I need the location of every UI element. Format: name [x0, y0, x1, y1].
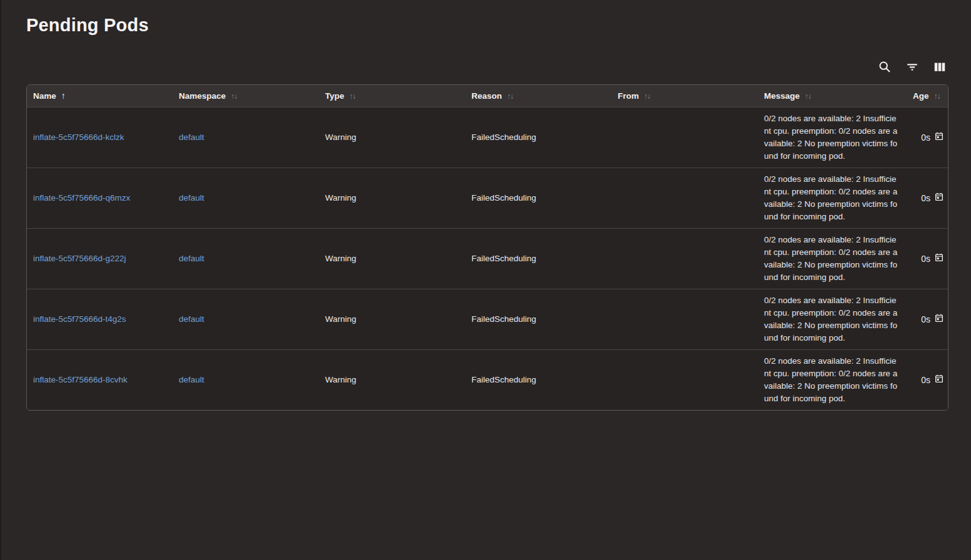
- sort-icon: ↑↓: [644, 92, 650, 101]
- cell-name: inflate-5c5f75666d-q6mzx: [27, 168, 173, 228]
- column-label: From: [618, 91, 639, 101]
- cell-message: 0/2 nodes are available: 2 Insufficient …: [758, 168, 907, 228]
- table-row: inflate-5c5f75666d-kclzk default Warning…: [27, 107, 948, 168]
- column-header-reason[interactable]: Reason↑↓: [465, 85, 611, 107]
- filter-button[interactable]: [905, 59, 920, 74]
- namespace-link[interactable]: default: [179, 254, 204, 263]
- column-label: Name: [33, 91, 56, 101]
- column-label: Reason: [471, 91, 502, 101]
- cell-message: 0/2 nodes are available: 2 Insufficient …: [758, 107, 907, 168]
- table-row: inflate-5c5f75666d-8cvhk default Warning…: [27, 349, 948, 410]
- cell-from: [611, 349, 758, 410]
- columns-icon: [933, 60, 947, 74]
- column-header-age[interactable]: Age↑↓: [907, 85, 948, 107]
- sort-ascending-icon: ↑: [61, 91, 66, 101]
- pending-pods-table: Name↑ Namespace↑↓ Type↑↓ Reason↑↓ From↑↓…: [27, 85, 948, 410]
- sort-icon: ↑↓: [350, 92, 356, 101]
- sort-icon: ↑↓: [231, 92, 237, 101]
- cell-age: 0s: [907, 349, 948, 410]
- cell-name: inflate-5c5f75666d-t4g2s: [27, 289, 173, 349]
- cell-type: Warning: [319, 107, 465, 168]
- column-header-namespace[interactable]: Namespace↑↓: [173, 85, 319, 107]
- cell-message: 0/2 nodes are available: 2 Insufficient …: [758, 228, 907, 289]
- pod-name-link[interactable]: inflate-5c5f75666d-q6mzx: [33, 193, 130, 202]
- column-label: Age: [913, 91, 929, 101]
- cell-namespace: default: [173, 168, 319, 228]
- namespace-link[interactable]: default: [179, 314, 204, 324]
- cell-reason: FailedScheduling: [465, 168, 611, 228]
- table-header-row: Name↑ Namespace↑↓ Type↑↓ Reason↑↓ From↑↓…: [27, 85, 948, 107]
- column-label: Message: [764, 91, 800, 101]
- age-value: 0s: [921, 254, 930, 264]
- cell-name: inflate-5c5f75666d-g222j: [27, 228, 173, 289]
- age-value: 0s: [921, 132, 930, 142]
- cell-type: Warning: [319, 349, 465, 410]
- calendar-icon: [934, 131, 944, 143]
- table-toolbar: [1, 59, 947, 74]
- cell-namespace: default: [173, 349, 319, 410]
- sort-icon: ↑↓: [507, 92, 513, 101]
- namespace-link[interactable]: default: [179, 132, 204, 142]
- cell-type: Warning: [319, 168, 465, 228]
- age-value: 0s: [921, 314, 930, 324]
- age-value: 0s: [921, 375, 930, 385]
- table-row: inflate-5c5f75666d-q6mzx default Warning…: [27, 168, 948, 228]
- cell-from: [611, 107, 758, 168]
- cell-message: 0/2 nodes are available: 2 Insufficient …: [758, 349, 907, 410]
- cell-name: inflate-5c5f75666d-8cvhk: [27, 349, 173, 410]
- cell-name: inflate-5c5f75666d-kclzk: [27, 107, 173, 168]
- sort-icon: ↑↓: [934, 92, 940, 101]
- cell-namespace: default: [173, 289, 319, 349]
- columns-button[interactable]: [932, 59, 947, 74]
- cell-age: 0s: [907, 228, 948, 289]
- cell-type: Warning: [319, 289, 465, 349]
- cell-age: 0s: [907, 168, 948, 228]
- cell-reason: FailedScheduling: [465, 107, 611, 168]
- cell-from: [611, 168, 758, 228]
- cell-age: 0s: [907, 289, 948, 349]
- pod-name-link[interactable]: inflate-5c5f75666d-kclzk: [33, 132, 124, 142]
- pod-name-link[interactable]: inflate-5c5f75666d-8cvhk: [33, 375, 128, 384]
- cell-reason: FailedScheduling: [465, 349, 611, 410]
- cell-reason: FailedScheduling: [465, 228, 611, 289]
- age-value: 0s: [921, 193, 930, 203]
- column-label: Namespace: [179, 91, 226, 101]
- table-row: inflate-5c5f75666d-t4g2s default Warning…: [27, 289, 948, 349]
- filter-icon: [905, 60, 919, 74]
- search-button[interactable]: [877, 59, 892, 74]
- column-label: Type: [325, 91, 345, 101]
- cell-namespace: default: [173, 107, 319, 168]
- cell-namespace: default: [173, 228, 319, 289]
- search-icon: [878, 60, 892, 74]
- column-header-from[interactable]: From↑↓: [611, 85, 758, 107]
- cell-from: [611, 289, 758, 349]
- column-header-message[interactable]: Message↑↓: [758, 85, 907, 107]
- pending-pods-table-card: Name↑ Namespace↑↓ Type↑↓ Reason↑↓ From↑↓…: [26, 84, 948, 411]
- column-header-name[interactable]: Name↑: [27, 85, 173, 107]
- table-row: inflate-5c5f75666d-g222j default Warning…: [27, 228, 948, 289]
- cell-reason: FailedScheduling: [465, 289, 611, 349]
- page-title: Pending Pods: [26, 14, 971, 36]
- table-body: inflate-5c5f75666d-kclzk default Warning…: [27, 107, 948, 410]
- calendar-icon: [934, 252, 944, 264]
- calendar-icon: [934, 313, 944, 325]
- namespace-link[interactable]: default: [179, 193, 204, 202]
- pod-name-link[interactable]: inflate-5c5f75666d-g222j: [33, 254, 126, 263]
- column-header-type[interactable]: Type↑↓: [319, 85, 465, 107]
- calendar-icon: [934, 374, 944, 386]
- cell-age: 0s: [907, 107, 948, 168]
- cell-from: [611, 228, 758, 289]
- pod-name-link[interactable]: inflate-5c5f75666d-t4g2s: [33, 314, 126, 324]
- calendar-icon: [934, 192, 944, 204]
- sort-icon: ↑↓: [805, 92, 811, 101]
- namespace-link[interactable]: default: [179, 375, 204, 384]
- cell-type: Warning: [319, 228, 465, 289]
- cell-message: 0/2 nodes are available: 2 Insufficient …: [758, 289, 907, 349]
